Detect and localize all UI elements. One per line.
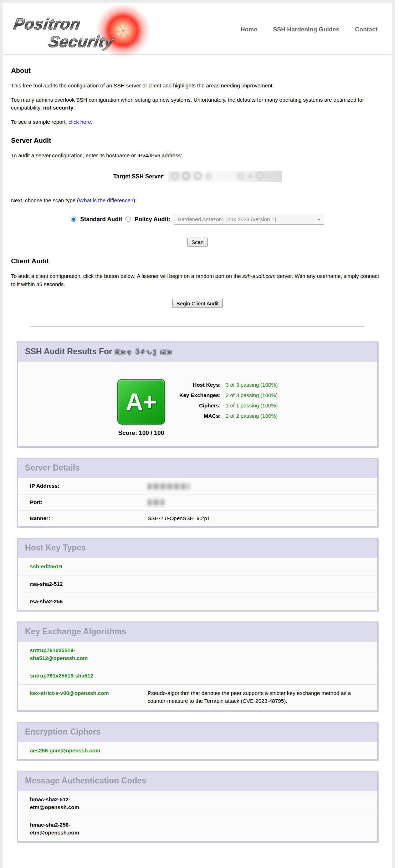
results-divider <box>31 326 364 326</box>
host-key-types-panel: Host Key Types ssh-ed25519 rsa-sha2-512 … <box>17 538 378 611</box>
banner-value: SSH-2.0-OpenSSH_9.2p1 <box>148 515 369 521</box>
results-stats: Host Keys: 3 of 3 passing (100%) Key Exc… <box>179 380 278 421</box>
stat-value: 1 of 1 passing (100%) <box>223 400 278 411</box>
list-item: hmac-sha2-512- etm@openssh.com <box>18 791 377 816</box>
target-server-label: Target SSH Server: <box>113 173 165 180</box>
list-item: rsa-sha2-512 <box>18 575 377 593</box>
host-key-types-title: Host Key Types <box>18 539 377 558</box>
kex-algorithm-name: sntrup761x25519- sha512@openssh.com <box>30 646 148 662</box>
begin-client-audit-button[interactable]: Begin Client Audit <box>172 299 223 308</box>
ssh-audit-results-panel: SSH Audit Results For ӂ҉жҿ Ӟ҂ԅѯ ӹ҈ж A+ S… <box>17 341 378 447</box>
redacted-input-value <box>168 171 282 182</box>
stat-value: 2 of 2 passing (100%) <box>223 411 278 421</box>
banner-label: Banner: <box>30 515 148 521</box>
positron-security-logo[interactable]: Positron Security <box>9 7 159 52</box>
scan-type-text: Next, choose the scan type ( <box>11 197 79 203</box>
stat-label: Ciphers: <box>179 400 223 411</box>
kex-algorithm-name: kex-strict-s-v00@openssh.com <box>30 689 148 705</box>
list-item: ssh-ed25519 <box>18 558 377 575</box>
chevron-down-icon: ▾ <box>318 217 320 222</box>
nav-home[interactable]: Home <box>240 26 257 33</box>
list-item: sntrup761x25519-sha512 <box>18 667 377 684</box>
kex-algorithm-desc <box>148 646 369 662</box>
client-audit-sitename: ssh-audit.com <box>242 273 276 279</box>
about-p2-bold: not security <box>43 105 73 111</box>
client-audit-heading: Client Audit <box>11 257 384 265</box>
site-header: Positron Security Home SSH Hardening Gui… <box>3 3 392 55</box>
results-panel-title: SSH Audit Results For ӂ҉жҿ Ӟ҂ԅѯ ӹ҈ж <box>18 342 377 361</box>
kex-algorithm-desc <box>148 672 369 680</box>
port-value <box>148 499 369 506</box>
stat-label: Key Exchanges: <box>179 390 223 400</box>
grade-block: A+ Score: 100 / 100 <box>117 379 165 437</box>
list-item: kex-strict-s-v00@openssh.com Pseudo-algo… <box>18 684 377 710</box>
stat-row-key-exchanges: Key Exchanges: 3 of 3 passing (100%) <box>179 390 278 400</box>
server-details-title: Server Details <box>18 459 377 478</box>
ip-address-value <box>148 483 369 489</box>
stat-label: Host Keys: <box>179 380 223 390</box>
sample-report-text: To see a sample report, <box>11 119 68 125</box>
list-item: sntrup761x25519- sha512@openssh.com <box>18 641 377 667</box>
scan-button-row: Scan <box>11 238 384 247</box>
mac-name: hmac-sha2-256- etm@openssh.com <box>30 821 148 837</box>
logo-text-security: Security <box>47 33 115 51</box>
mac-name: hmac-sha2-512- etm@openssh.com <box>30 796 148 811</box>
redacted-ip-value <box>148 483 190 489</box>
policy-select-value: Hardened Amazon Linux 2023 (version 1) <box>178 216 276 222</box>
main-nav: Home SSH Hardening Guides Contact <box>240 26 378 33</box>
cipher-name: aes256-gcm@openssh.com <box>30 747 148 755</box>
logo-text-positron: Positron <box>12 15 82 33</box>
score-text: Score: 100 / 100 <box>117 430 165 437</box>
about-heading: About <box>11 67 384 75</box>
key-exchange-title: Key Exchange Algorithms <box>18 623 377 641</box>
about-paragraph-2: Too many admins overlook SSH configurati… <box>11 96 384 112</box>
nav-contact[interactable]: Contact <box>355 26 378 33</box>
ip-address-label: IP Address: <box>30 483 148 489</box>
server-details-panel: Server Details IP Address: Port: Banner:… <box>17 458 378 527</box>
host-key-name: rsa-sha2-512 <box>30 580 148 588</box>
client-audit-text: To audit a client configuration, click t… <box>11 273 242 279</box>
scan-type-end: ): <box>133 197 137 203</box>
sample-report-link[interactable]: click here <box>68 119 91 125</box>
policy-audit-radio[interactable] <box>125 217 131 222</box>
encryption-ciphers-panel: Encryption Ciphers aes256-gcm@openssh.co… <box>17 722 378 760</box>
stat-row-macs: MACs: 2 of 2 passing (100%) <box>179 411 278 421</box>
list-item: rsa-sha2-256 <box>18 593 377 610</box>
about-paragraph-3: To see a sample report, click here. <box>11 118 384 126</box>
table-row: Banner: SSH-2.0-OpenSSH_9.2p1 <box>18 510 377 526</box>
page-content: About This free tool audits the configur… <box>3 55 392 868</box>
server-audit-intro: To audit a server configuration, enter i… <box>11 152 384 160</box>
kex-algorithm-desc: Pseudo-algorithm that denotes the peer s… <box>148 689 369 705</box>
results-title-text: SSH Audit Results For <box>25 347 114 356</box>
scan-type-difference-link[interactable]: What is the difference? <box>79 197 133 203</box>
redacted-port-value <box>148 499 164 506</box>
standard-audit-label[interactable]: Standard Audit <box>80 216 122 223</box>
port-label: Port: <box>30 499 148 506</box>
client-audit-paragraph: To audit a client configuration, click t… <box>11 272 384 288</box>
nav-ssh-hardening-guides[interactable]: SSH Hardening Guides <box>273 26 339 33</box>
scan-button[interactable]: Scan <box>187 238 208 247</box>
server-audit-heading: Server Audit <box>11 137 384 144</box>
grade-badge: A+ <box>117 379 165 425</box>
stat-label: MACs: <box>179 411 223 421</box>
scan-type-paragraph: Next, choose the scan type (What is the … <box>11 197 384 205</box>
target-server-input[interactable] <box>168 171 282 182</box>
table-row: IP Address: <box>18 478 377 494</box>
policy-select[interactable]: Hardened Amazon Linux 2023 (version 1) ▾ <box>174 214 324 225</box>
policy-audit-label[interactable]: Policy Audit: <box>135 216 170 223</box>
host-key-name: rsa-sha2-256 <box>30 598 148 605</box>
macs-title: Message Authentication Codes <box>18 772 377 791</box>
target-server-row: Target SSH Server: <box>11 171 384 182</box>
kex-algorithm-name: sntrup761x25519-sha512 <box>30 672 148 680</box>
stat-row-host-keys: Host Keys: 3 of 3 passing (100%) <box>179 380 278 390</box>
standard-audit-radio[interactable] <box>71 217 76 222</box>
table-row: Port: <box>18 494 377 511</box>
redacted-hostname: ӂ҉жҿ Ӟ҂ԅѯ ӹ҈ж <box>114 347 173 356</box>
sample-report-end: . <box>91 119 92 125</box>
client-audit-button-row: Begin Client Audit <box>11 299 384 308</box>
stat-value: 3 of 3 passing (100%) <box>223 390 278 400</box>
stat-value: 3 of 3 passing (100%) <box>223 380 278 390</box>
about-paragraph-1: This free tool audits the configuration … <box>11 82 384 90</box>
results-body: A+ Score: 100 / 100 Host Keys: 3 of 3 pa… <box>18 361 377 446</box>
main-page: Positron Security Home SSH Hardening Gui… <box>3 3 392 868</box>
